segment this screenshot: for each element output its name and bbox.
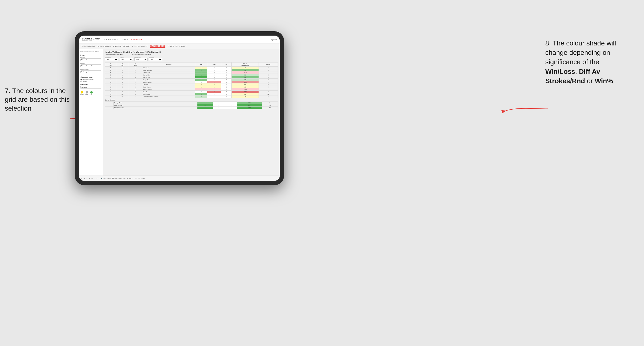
sub-nav-player-h2h-grid[interactable]: PLAYER H2H GRID bbox=[150, 45, 166, 48]
cell-tie: 0 bbox=[221, 83, 232, 86]
cell-name: Sydney Kuo bbox=[142, 71, 195, 74]
bottom-toolbar: ↩ ↪ ⬡ ⊞ ✂ · ⏱ 📷 View: Original 💾 Save Cu… bbox=[79, 175, 280, 181]
cell-diff: -1.00 bbox=[232, 71, 259, 74]
colour-by-label: Colour by bbox=[80, 83, 101, 85]
cell-conf: 6 bbox=[128, 93, 142, 95]
colour-by-select[interactable]: Win/loss bbox=[80, 86, 101, 89]
cell-diff: 1.50 bbox=[232, 67, 259, 69]
nav-committee[interactable]: COMMITTEE bbox=[131, 38, 142, 41]
top-nav: SCOREBOARD Powered by clippd TOURNAMENTS… bbox=[79, 36, 280, 44]
cell-diff: 9.267 bbox=[237, 104, 262, 107]
toolbar-timer[interactable]: ⏱ bbox=[96, 178, 98, 179]
cell-rounds: 2 bbox=[258, 91, 278, 93]
cell-conf: 1 bbox=[128, 88, 142, 91]
toolbar-redo[interactable]: ↪ bbox=[84, 178, 85, 179]
filters-row: Opponents: (All) Region (All) Conference bbox=[105, 56, 278, 61]
opponent-filter: Opponent (All) bbox=[149, 56, 162, 61]
region-select[interactable]: (All) bbox=[120, 58, 133, 61]
cell-div: 16 bbox=[105, 88, 116, 91]
cell-tie: 0 bbox=[221, 74, 232, 76]
cell-loss: 1 bbox=[207, 81, 221, 83]
radio-top100[interactable]: Top 100 bbox=[80, 81, 101, 82]
sub-nav-team-summary[interactable]: TEAM SUMMARY bbox=[81, 45, 95, 48]
conference-select[interactable]: (All) bbox=[134, 58, 148, 61]
toolbar-save-custom[interactable]: 💾 Save Custom View bbox=[112, 178, 126, 179]
cell-conf: 4 bbox=[128, 83, 142, 86]
division-label: Division bbox=[80, 63, 101, 64]
annotation-left: 7. The colours in the grid are based on … bbox=[5, 87, 72, 113]
sub-nav-team-h2h-grid[interactable]: TEAM H2H GRID bbox=[98, 45, 111, 48]
legend-circle-level bbox=[86, 91, 88, 94]
toolbar-watch[interactable]: 👁 Watch ▾ bbox=[127, 178, 133, 179]
radio-opponents-played[interactable]: Opponents Played bbox=[80, 79, 101, 80]
annotation-right: 8. The colour shade will change dependin… bbox=[545, 38, 637, 86]
th-tie: Tie bbox=[221, 62, 232, 67]
toolbar-btn4[interactable]: ⊞ bbox=[89, 178, 90, 179]
table-row: 10 6 3 Andrea York 2 0 0 4.00 4 bbox=[105, 76, 278, 79]
cell-loss: 0 bbox=[207, 79, 221, 81]
left-sidebar: Last Updated: 27/03/2024 16:55:38 Player… bbox=[79, 49, 103, 175]
cell-win: 1 bbox=[195, 79, 207, 81]
cell-name: Jessica Mason bbox=[142, 88, 195, 91]
table-row: 6 3 3 Sydney Kuo 1 0 0 -1.00 bbox=[105, 71, 278, 74]
cell-reg: 1 bbox=[116, 74, 128, 76]
division-select[interactable]: NCAA Division III bbox=[80, 64, 101, 67]
cell-reg: 7 bbox=[116, 88, 128, 91]
tablet-screen: SCOREBOARD Powered by clippd TOURNAMENTS… bbox=[79, 36, 280, 181]
cell-name: Andrea York bbox=[142, 76, 195, 79]
toolbar-btn3[interactable]: ⬡ bbox=[86, 178, 88, 179]
toolbar-btn6[interactable]: · bbox=[94, 178, 94, 179]
toolbar-cut[interactable]: ✂ bbox=[92, 178, 93, 179]
cell-tie: 0 bbox=[221, 95, 232, 98]
toolbar-btn10[interactable]: ⬜ bbox=[138, 178, 140, 179]
nav-teams[interactable]: TEAMS bbox=[121, 38, 128, 41]
sub-nav-player-summary[interactable]: PLAYER SUMMARY bbox=[132, 45, 148, 48]
record-row: Overall Record: 353 - 34 - 6 Division Re… bbox=[105, 54, 278, 55]
cell-name: Stella Cheng bbox=[142, 86, 195, 88]
cell-conf: 3 bbox=[128, 71, 142, 74]
sub-nav-team-h2h-heatmap[interactable]: TEAM H2H HEATMAP bbox=[113, 45, 130, 48]
table-row: 13 6 1 Jessica Huang 0 1 0 -3.00 2 bbox=[105, 81, 278, 83]
opponents-select[interactable]: (All) bbox=[105, 58, 118, 61]
cell-loss: 0 bbox=[207, 69, 221, 71]
cell-diff: -5.00 bbox=[232, 91, 259, 93]
cell-diff: 1.33 bbox=[232, 95, 259, 98]
opponent-select[interactable]: (All) bbox=[149, 58, 162, 61]
cell-conf: 1 bbox=[128, 81, 142, 83]
th-div: #Div bbox=[105, 62, 116, 67]
sign-out[interactable]: | Sign out bbox=[270, 39, 277, 40]
cell-win: 2 bbox=[195, 95, 207, 98]
cell-loss: 0 bbox=[207, 76, 221, 79]
cell-rounds bbox=[258, 71, 278, 74]
toolbar-view-original[interactable]: 📷 View: Original bbox=[101, 178, 111, 179]
table-row: NAIA Division 1 15 0 0 9.267 30 bbox=[105, 104, 278, 107]
cell-loss: 3 bbox=[207, 91, 221, 93]
cell-tie: 0 bbox=[221, 79, 232, 81]
table-row: 20 11 7 Federica Domecq Lacroze 2 1 0 1.… bbox=[105, 95, 278, 98]
table-row: 5 2 2 Alexis Sudjianto 1 0 0 4.00 3 bbox=[105, 69, 278, 71]
toolbar-btn9[interactable]: ⬜ bbox=[135, 178, 136, 179]
cell-win: 1 bbox=[195, 67, 207, 69]
cell-rounds: 4 bbox=[258, 76, 278, 79]
player-rank-label: Player (Rank) bbox=[80, 69, 101, 70]
toolbar-share[interactable]: Share bbox=[141, 178, 145, 179]
cell-rounds: 3 bbox=[258, 74, 278, 76]
player-rank-select[interactable]: 8. Katelyn Vo bbox=[80, 70, 101, 73]
toolbar-undo[interactable]: ↩ bbox=[81, 178, 82, 179]
sub-nav-player-h2h-heatmap[interactable]: PLAYER H2H HEATMAP bbox=[168, 45, 186, 48]
cell-div: 14 bbox=[105, 83, 116, 86]
cell-reg: 2 bbox=[116, 69, 128, 71]
gender-select[interactable]: Women's bbox=[80, 58, 101, 61]
nav-tournaments[interactable]: TOURNAMENTS bbox=[104, 38, 118, 41]
cell-reg: 6 bbox=[116, 79, 128, 81]
cell-spacer bbox=[105, 104, 114, 107]
cell-spacer bbox=[105, 107, 114, 109]
cell-tie: 0 bbox=[225, 102, 237, 104]
table-row: 3 1 1 Esther Lee 1 0 1 1.50 4 bbox=[105, 67, 278, 69]
cell-win: 15 bbox=[198, 104, 213, 107]
th-loss: Loss bbox=[207, 62, 221, 67]
table-row: 19 10 6 Emily Chang 4 1 0 0.30 11 bbox=[105, 93, 278, 95]
cell-diff: -0.94 bbox=[232, 88, 259, 91]
cell-loss: 0 bbox=[207, 74, 221, 76]
cell-div: 5 bbox=[105, 69, 116, 71]
